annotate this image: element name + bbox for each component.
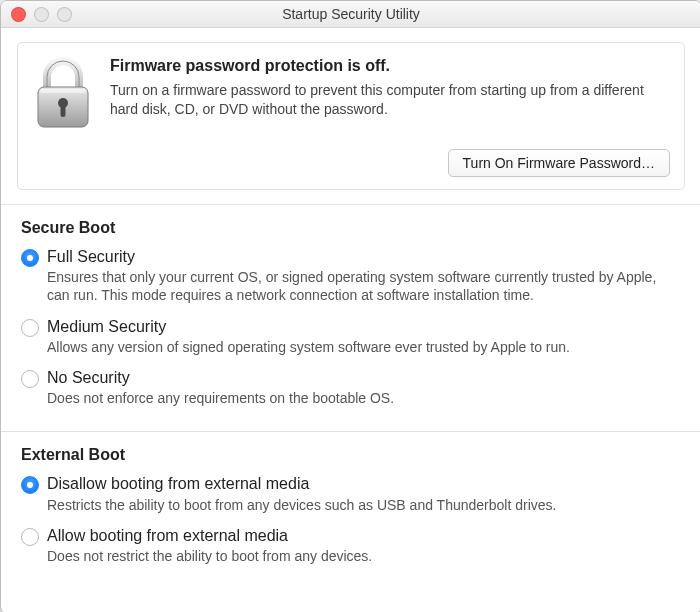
radio-disallow-external[interactable] <box>21 476 39 494</box>
external-boot-option-disallow[interactable]: Disallow booting from external media Res… <box>21 470 681 521</box>
option-label: No Security <box>47 368 681 387</box>
option-label: Medium Security <box>47 317 681 336</box>
titlebar[interactable]: Startup Security Utility <box>1 1 700 28</box>
svg-rect-3 <box>61 105 66 117</box>
radio-full-security[interactable] <box>21 249 39 267</box>
divider <box>1 431 700 432</box>
lock-icon <box>32 57 94 135</box>
firmware-message: Firmware password protection is off. Tur… <box>110 57 670 135</box>
option-label: Full Security <box>47 247 681 266</box>
window-controls <box>11 7 72 22</box>
firmware-panel: Firmware password protection is off. Tur… <box>17 42 685 190</box>
radio-medium-security[interactable] <box>21 319 39 337</box>
svg-rect-1 <box>40 89 86 93</box>
secure-boot-option-medium[interactable]: Medium Security Allows any version of si… <box>21 313 681 364</box>
option-label: Allow booting from external media <box>47 526 681 545</box>
app-window: Startup Security Utility <box>0 0 700 612</box>
firmware-heading: Firmware password protection is off. <box>110 57 670 75</box>
close-icon[interactable] <box>11 7 26 22</box>
external-boot-option-allow[interactable]: Allow booting from external media Does n… <box>21 522 681 573</box>
secure-boot-section: Secure Boot Full Security Ensures that o… <box>17 219 685 417</box>
divider <box>1 204 700 205</box>
option-description: Does not enforce any requirements on the… <box>47 389 681 407</box>
radio-allow-external[interactable] <box>21 528 39 546</box>
secure-boot-option-full[interactable]: Full Security Ensures that only your cur… <box>21 243 681 313</box>
external-boot-section: External Boot Disallow booting from exte… <box>17 446 685 575</box>
turn-on-firmware-password-button[interactable]: Turn On Firmware Password… <box>448 149 670 177</box>
firmware-description: Turn on a firmware password to prevent t… <box>110 81 670 119</box>
window-body: Firmware password protection is off. Tur… <box>1 28 700 583</box>
option-description: Ensures that only your current OS, or si… <box>47 268 681 304</box>
secure-boot-option-none[interactable]: No Security Does not enforce any require… <box>21 364 681 415</box>
option-label: Disallow booting from external media <box>47 474 681 493</box>
radio-no-security[interactable] <box>21 370 39 388</box>
external-boot-title: External Boot <box>21 446 681 464</box>
option-description: Does not restrict the ability to boot fr… <box>47 547 681 565</box>
window-title: Startup Security Utility <box>282 6 420 22</box>
option-description: Restricts the ability to boot from any d… <box>47 496 681 514</box>
secure-boot-title: Secure Boot <box>21 219 681 237</box>
zoom-icon[interactable] <box>57 7 72 22</box>
option-description: Allows any version of signed operating s… <box>47 338 681 356</box>
minimize-icon[interactable] <box>34 7 49 22</box>
